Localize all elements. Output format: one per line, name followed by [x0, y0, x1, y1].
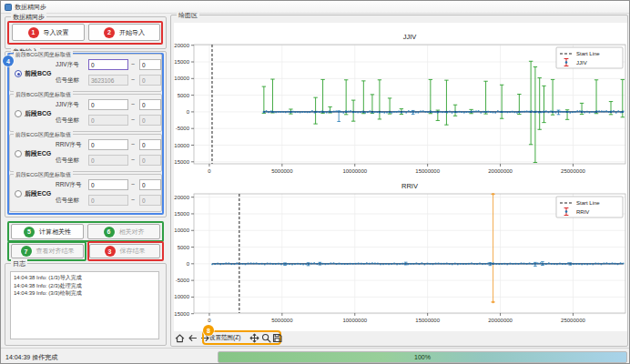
tilde-separator: ~ — [131, 157, 135, 163]
field-row: RRIV序号 ~ — [10, 139, 161, 151]
field-label: 信号坐标 — [56, 116, 79, 125]
param-section-front-ecg: 前段ECG区间坐标取值 前段ECG RRIV序号 ~ 信号坐标 ~ — [9, 134, 162, 172]
field-label: JJIV序号 — [56, 101, 79, 109]
svg-text:20000: 20000 — [174, 195, 189, 200]
svg-text:10000: 10000 — [174, 76, 189, 81]
mark-4: 4 — [3, 56, 14, 66]
rriv-index-to-input[interactable] — [139, 179, 161, 190]
signal-coord-from-input — [88, 155, 128, 166]
field-label: JJIV序号 — [56, 61, 79, 69]
save-figure-icon[interactable] — [271, 332, 283, 344]
start-import-button[interactable]: 2 开始导入 — [88, 24, 160, 41]
jjiv-index-from-input[interactable] — [88, 59, 128, 70]
svg-text:10000: 10000 — [174, 228, 189, 233]
svg-text:20000000: 20000000 — [488, 168, 513, 174]
param-section-front-bcg: 前段BCG区间坐标取值 前段BCG JJIV序号 ~ 信号坐标 ~ — [9, 54, 162, 92]
sync-group-label: 数据精同步 — [11, 13, 46, 21]
tilde-separator: ~ — [131, 116, 135, 123]
svg-text:5000000: 5000000 — [271, 318, 293, 323]
import-settings-button[interactable]: 1 导入设置 — [12, 24, 85, 41]
svg-text:-15000: -15000 — [174, 159, 190, 165]
jjiv-chart[interactable]: 0500000010000000150000002000000025000000… — [174, 26, 627, 178]
field-row: 信号坐标 ~ — [10, 155, 161, 167]
field-row: 信号坐标 ~ — [10, 115, 161, 126]
svg-text:15000: 15000 — [174, 211, 189, 217]
field-label: RRIV序号 — [56, 141, 82, 149]
progress-bar: 100% — [218, 351, 627, 363]
field-row: RRIV序号 ~ — [10, 179, 161, 191]
svg-text:5000: 5000 — [178, 245, 190, 250]
status-bar: 14:04:39 操作完成 100% — [1, 348, 629, 364]
back-arrow-icon[interactable] — [187, 332, 198, 344]
section-title: 前段BCG区间坐标取值 — [14, 51, 73, 58]
jjiv-index-to-input[interactable] — [139, 99, 161, 110]
svg-text:-5000: -5000 — [176, 278, 190, 283]
set-range-button[interactable]: 设置范围(Z) — [209, 334, 240, 342]
svg-text:5000: 5000 — [178, 93, 190, 98]
field-label: 信号坐标 — [56, 197, 79, 205]
tilde-separator: ~ — [131, 76, 135, 83]
svg-text:15000000: 15000000 — [415, 168, 440, 174]
param-section-rear-bcg: 后段BCG区间坐标取值 后段BCG JJIV序号 ~ 信号坐标 ~ — [9, 94, 162, 132]
rriv-index-to-input[interactable] — [139, 139, 161, 150]
log-line: 14:04:38 Info: (1/3)导入完成 — [14, 274, 156, 282]
calc-correlation-button[interactable]: 5 计算相关性 — [11, 224, 84, 239]
svg-text:JJIV: JJIV — [576, 60, 587, 66]
pan-icon[interactable] — [249, 332, 260, 344]
window-title: 数据精同步 — [15, 3, 46, 12]
mark-3: 3 — [105, 246, 116, 257]
title-bar: 数据精同步 — [1, 1, 629, 14]
field-row: 信号坐标 ~ — [10, 195, 161, 207]
svg-text:25000000: 25000000 — [561, 168, 585, 174]
field-label: 信号坐标 — [56, 157, 79, 165]
svg-text:15000000: 15000000 — [415, 318, 440, 323]
signal-coord-from-input — [88, 195, 128, 206]
field-row: 信号坐标 ~ — [10, 75, 161, 86]
calc-correlation-label: 计算相关性 — [39, 228, 71, 237]
start-import-label: 开始导入 — [119, 28, 145, 37]
save-result-label: 保存结果 — [120, 247, 146, 256]
home-icon[interactable] — [174, 332, 186, 344]
tilde-separator: ~ — [131, 61, 135, 67]
signal-coord-to-input — [139, 115, 161, 126]
log-group-label: 日志 — [11, 259, 27, 268]
section-title: 前段ECG区间坐标取值 — [14, 131, 73, 138]
svg-text:Start Line: Start Line — [576, 51, 600, 56]
svg-text:RRIV: RRIV — [401, 182, 418, 190]
mark-1: 1 — [28, 27, 39, 38]
rriv-chart[interactable]: 0500000010000000150000002000000025000000… — [174, 179, 627, 331]
svg-text:10000000: 10000000 — [342, 318, 367, 323]
app-icon — [5, 4, 12, 11]
log-textarea[interactable]: 14:04:38 Info: (1/3)导入完成 14:04:38 Info: … — [10, 271, 159, 339]
field-label: 信号坐标 — [56, 76, 79, 85]
log-line: 14:04:39 Info: (3/3)绘制完成 — [14, 289, 156, 298]
svg-text:15000: 15000 — [174, 59, 189, 65]
tilde-separator: ~ — [131, 181, 135, 187]
mark-7: 7 — [21, 246, 32, 257]
jjiv-index-to-input[interactable] — [139, 59, 161, 70]
svg-text:10000000: 10000000 — [342, 168, 367, 174]
view-align-result-label: 查看对齐结果 — [36, 247, 75, 256]
rriv-index-from-input[interactable] — [88, 179, 128, 190]
save-result-button[interactable]: 3 保存结果 — [89, 244, 160, 258]
app-window: 数据精同步 数据精同步 1 导入设置 2 开始导入 参数输入 4 前段BCG区间… — [0, 0, 630, 364]
signal-coord-from-input — [88, 115, 128, 126]
rriv-index-from-input[interactable] — [88, 139, 128, 150]
svg-text:25000000: 25000000 — [561, 318, 585, 323]
svg-text:20000000: 20000000 — [488, 318, 513, 323]
svg-text:-15000: -15000 — [174, 311, 190, 317]
import-settings-label: 导入设置 — [44, 28, 69, 37]
svg-text:-10000: -10000 — [174, 143, 190, 148]
correlation-align-button[interactable]: 6 相关对齐 — [87, 224, 160, 239]
signal-coord-to-input — [139, 155, 161, 166]
field-row: JJIV序号 ~ — [10, 99, 161, 111]
mark-2: 2 — [104, 27, 115, 38]
jjiv-index-from-input[interactable] — [88, 99, 128, 110]
log-line: 14:04:38 Info: (2/3)处理完成 — [14, 282, 156, 290]
view-align-result-button[interactable]: 7 查看对齐结果 — [11, 244, 84, 258]
correlation-align-label: 相关对齐 — [119, 228, 145, 237]
tilde-separator: ~ — [131, 197, 135, 203]
field-label: RRIV序号 — [56, 181, 82, 189]
mark-6: 6 — [104, 227, 115, 238]
mark-5: 5 — [24, 227, 35, 238]
